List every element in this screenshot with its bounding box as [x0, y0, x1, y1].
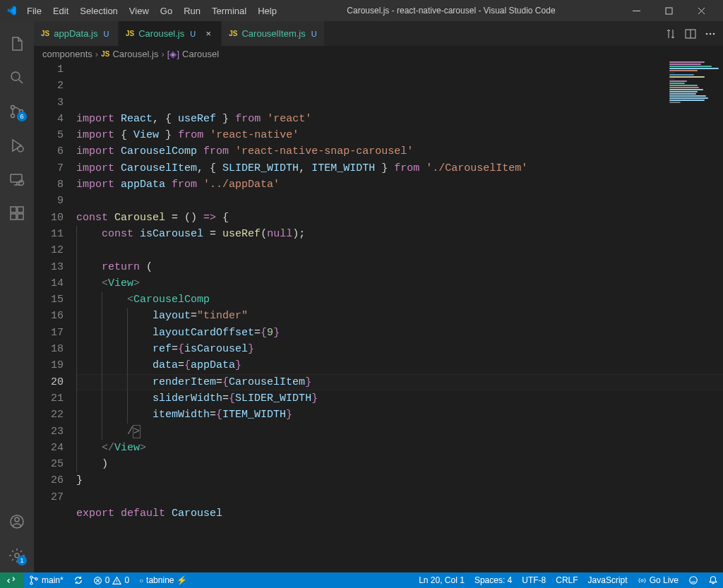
encoding[interactable]: UTF-8 — [517, 575, 551, 585]
svg-point-4 — [11, 114, 15, 118]
menu-selection[interactable]: Selection — [74, 0, 123, 21]
search-icon[interactable] — [0, 61, 34, 95]
title-bar: File Edit Selection View Go Run Terminal… — [0, 0, 723, 21]
menu-view[interactable]: View — [124, 0, 155, 21]
svg-point-18 — [710, 32, 712, 35]
tab-carouselitem[interactable]: JS CarouselItem.js U — [222, 21, 325, 46]
error-count: 0 — [105, 575, 110, 585]
eol[interactable]: CRLF — [551, 575, 582, 585]
svg-point-3 — [11, 106, 15, 109]
status-bar: main* 0 0 ○ tabnine ⚡ Ln 20, Col 1 Space… — [0, 572, 723, 588]
activity-bar: 6 1 — [0, 21, 34, 572]
svg-rect-12 — [18, 207, 23, 212]
js-file-icon: JS — [101, 50, 109, 58]
tabs-row: JS appData.js U JS Carousel.js U × JS Ca… — [34, 21, 723, 46]
remote-indicator[interactable] — [0, 572, 24, 588]
menu-bar: File Edit Selection View Go Run Terminal… — [21, 0, 282, 21]
tab-label: CarouselItem.js — [241, 28, 305, 39]
source-control-badge: 6 — [17, 112, 27, 121]
split-editor-icon[interactable] — [685, 28, 696, 40]
svg-point-17 — [706, 32, 708, 35]
chevron-right-icon: › — [161, 49, 164, 59]
svg-rect-10 — [11, 214, 16, 220]
notifications-icon[interactable] — [703, 575, 723, 585]
js-file-icon: JS — [41, 30, 49, 37]
svg-point-14 — [15, 517, 19, 522]
breadcrumb-file[interactable]: Carousel.js — [112, 49, 158, 59]
sync-button[interactable] — [68, 572, 88, 588]
minimize-button[interactable] — [620, 0, 652, 21]
more-actions-icon[interactable] — [705, 28, 716, 40]
line-number-gutter: 1234567891011121314151617181920212223242… — [34, 61, 76, 572]
language-mode[interactable]: JavaScript — [583, 575, 633, 585]
minimap[interactable] — [667, 61, 723, 104]
svg-rect-0 — [633, 11, 640, 11]
modified-indicator: U — [190, 30, 196, 38]
warning-count: 0 — [124, 575, 129, 585]
indentation[interactable]: Spaces: 4 — [470, 575, 517, 585]
svg-rect-1 — [666, 8, 672, 14]
close-window-button[interactable] — [685, 0, 717, 21]
accounts-icon[interactable] — [0, 505, 34, 539]
tab-appdata[interactable]: JS appData.js U — [34, 21, 119, 46]
vscode-logo-icon — [6, 5, 17, 16]
code-content[interactable]: import React, { useRef } from 'react'imp… — [76, 61, 723, 572]
go-live-label: Go Live — [650, 575, 679, 585]
tab-label: Carousel.js — [138, 28, 184, 39]
modified-indicator: U — [103, 30, 109, 38]
menu-file[interactable]: File — [21, 0, 47, 21]
settings-badge: 1 — [17, 556, 27, 565]
svg-point-24 — [641, 579, 643, 581]
svg-point-21 — [30, 582, 32, 584]
tab-carousel[interactable]: JS Carousel.js U × — [119, 21, 222, 46]
svg-point-2 — [11, 72, 20, 80]
symbol-variable-icon: [◈] — [167, 49, 179, 59]
js-file-icon: JS — [126, 30, 134, 37]
run-debug-icon[interactable] — [0, 128, 34, 162]
chevron-right-icon: › — [95, 49, 98, 59]
window-title: Carousel.js - react-native-carousel - Vi… — [282, 6, 620, 16]
menu-edit[interactable]: Edit — [47, 0, 74, 21]
close-tab-icon[interactable]: × — [203, 28, 214, 39]
menu-run[interactable]: Run — [178, 0, 206, 21]
menu-help[interactable]: Help — [252, 0, 282, 21]
feedback-icon[interactable] — [683, 575, 703, 585]
tab-label: appData.js — [54, 28, 97, 39]
modified-indicator: U — [311, 30, 317, 38]
svg-point-19 — [713, 32, 715, 35]
svg-rect-9 — [11, 207, 16, 212]
branch-name: main* — [42, 575, 64, 585]
settings-gear-icon[interactable]: 1 — [0, 539, 34, 572]
menu-terminal[interactable]: Terminal — [206, 0, 252, 21]
svg-point-8 — [19, 181, 24, 186]
explorer-icon[interactable] — [0, 27, 34, 61]
svg-point-20 — [30, 576, 32, 578]
compare-changes-icon[interactable] — [665, 28, 676, 40]
source-control-icon[interactable]: 6 — [0, 95, 34, 128]
tabnine-status[interactable]: ○ tabnine ⚡ — [134, 572, 192, 588]
git-branch[interactable]: main* — [24, 572, 68, 588]
tabnine-label: tabnine — [146, 575, 174, 585]
editor-group: JS appData.js U JS Carousel.js U × JS Ca… — [34, 21, 723, 572]
breadcrumb-symbol[interactable]: Carousel — [182, 49, 219, 59]
svg-point-6 — [18, 146, 23, 152]
svg-point-25 — [690, 577, 698, 584]
go-live[interactable]: Go Live — [633, 575, 683, 585]
menu-go[interactable]: Go — [155, 0, 178, 21]
problems-indicator[interactable]: 0 0 — [88, 572, 134, 588]
remote-explorer-icon[interactable] — [0, 162, 34, 196]
breadcrumb[interactable]: components › JS Carousel.js › [◈] Carous… — [34, 46, 723, 61]
extensions-icon[interactable] — [0, 196, 34, 230]
window-controls — [620, 0, 717, 21]
code-editor[interactable]: 1234567891011121314151617181920212223242… — [34, 61, 723, 572]
tabs-actions — [658, 21, 723, 46]
cursor-position[interactable]: Ln 20, Col 1 — [414, 575, 470, 585]
maximize-button[interactable] — [652, 0, 685, 21]
js-file-icon: JS — [229, 30, 237, 37]
svg-rect-11 — [18, 214, 23, 220]
breadcrumb-folder[interactable]: components — [42, 49, 92, 59]
